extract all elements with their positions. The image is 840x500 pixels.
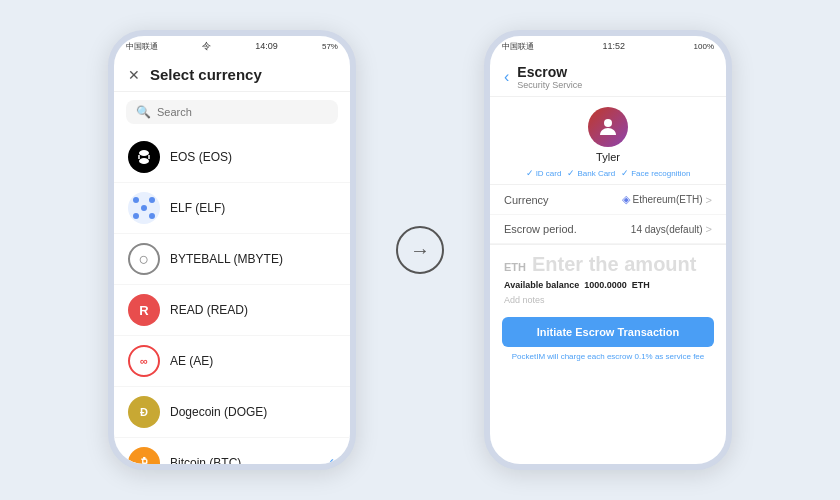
currency-value-text: Ethereum(ETH) [633, 194, 703, 205]
currency-name-elf: ELF (ELF) [170, 201, 336, 215]
right-battery: 100% [694, 42, 714, 51]
coin-icon-read: R [128, 294, 160, 326]
right-battery-area: 100% [694, 42, 714, 51]
avatar [588, 107, 628, 147]
amount-display: ETH Enter the amount [504, 253, 712, 276]
balance-label: Available balance [504, 280, 579, 290]
close-button[interactable]: ✕ [128, 68, 140, 82]
left-header-title: Select currency [150, 66, 262, 83]
search-icon: 🔍 [136, 105, 151, 119]
svg-point-4 [604, 119, 612, 127]
elf-dots [133, 197, 155, 219]
currency-name-mbyte: BYTEBALL (MBYTE) [170, 252, 336, 266]
currency-name-btc: Bitcoin (BTC) [170, 456, 314, 464]
balance-row: Available balance 1000.0000 ETH [504, 280, 712, 290]
right-carrier: 中国联通 [502, 41, 534, 52]
badges-row: ✓ID card ✓Bank Card ✓Face recognition [526, 168, 691, 178]
back-button[interactable]: ‹ [504, 68, 509, 86]
right-phone-inner: 中国联通 11:52 100% ‹ Escrow Security Servic… [490, 36, 726, 464]
escrow-row[interactable]: Escrow period. 14 days(default) > [490, 215, 726, 244]
search-bar: 🔍 [126, 100, 338, 124]
escrow-value: 14 days(default) > [631, 223, 712, 235]
right-time: 11:52 [603, 41, 626, 51]
left-phone-inner: 中国联通 令 14:09 57% ✕ Select currency 🔍 [114, 36, 350, 464]
left-phone: 中国联通 令 14:09 57% ✕ Select currency 🔍 [108, 30, 356, 470]
currency-value: ◈ Ethereum(ETH) > [622, 193, 712, 206]
left-battery-area: 57% [322, 42, 338, 51]
currency-label: Currency [504, 194, 622, 206]
amount-placeholder: Enter the amount [532, 253, 696, 276]
currency-arrow: > [706, 194, 712, 206]
arrow-indicator: → [396, 226, 444, 274]
balance-value: 1000.0000 [584, 280, 627, 290]
balance-unit: ETH [632, 280, 650, 290]
coin-icon-mbyte: ○ [128, 243, 160, 275]
avatar-section: Tyler ✓ID card ✓Bank Card ✓Face recognit… [490, 97, 726, 184]
svg-point-1 [139, 158, 149, 164]
escrow-value-text: 14 days(default) [631, 224, 703, 235]
eth-icon: ◈ [622, 193, 630, 206]
list-item[interactable]: EOS (EOS) [114, 132, 350, 183]
currency-row[interactable]: Currency ◈ Ethereum(ETH) > [490, 185, 726, 215]
notes-placeholder: Add notes [504, 295, 545, 305]
left-screen: ✕ Select currency 🔍 [114, 56, 350, 464]
search-input[interactable] [157, 106, 328, 118]
fee-percent: 0.1% [634, 352, 652, 361]
left-signal: 令 [202, 40, 211, 53]
coin-icon-doge: Ð [128, 396, 160, 428]
check-mark-btc: ✓ [324, 455, 336, 464]
badge-face: ✓Face recognition [621, 168, 690, 178]
currency-name-read: READ (READ) [170, 303, 336, 317]
left-carrier: 中国联通 [126, 41, 158, 52]
fee-text-before: PocketIM will charge each escrow [512, 352, 635, 361]
escrow-label: Escrow period. [504, 223, 631, 235]
currency-list: EOS (EOS) [114, 132, 350, 464]
badge-id: ✓ID card [526, 168, 562, 178]
coin-icon-eos [128, 141, 160, 173]
notes-row[interactable]: Add notes [504, 295, 712, 305]
coin-icon-ae: ∞ [128, 345, 160, 377]
battery-percent: 57% [322, 42, 338, 51]
right-screen: ‹ Escrow Security Service Tyler [490, 56, 726, 464]
currency-name-eos: EOS (EOS) [170, 150, 336, 164]
fee-text-after: as service fee [653, 352, 705, 361]
badge-bank: ✓Bank Card [567, 168, 615, 178]
escrow-arrow: > [706, 223, 712, 235]
list-item[interactable]: ○ BYTEBALL (MBYTE) [114, 234, 350, 285]
initiate-button[interactable]: Initiate Escrow Transaction [502, 317, 714, 347]
coin-icon-elf [128, 192, 160, 224]
svg-point-0 [139, 150, 149, 156]
right-subtitle: Security Service [517, 80, 712, 90]
fee-note: PocketIM will charge each escrow 0.1% as… [490, 352, 726, 365]
list-item[interactable]: ₿ Bitcoin (BTC) ✓ [114, 438, 350, 464]
left-status-bar: 中国联通 令 14:09 57% [114, 36, 350, 56]
list-item[interactable]: R READ (READ) [114, 285, 350, 336]
right-title: Escrow [517, 64, 712, 80]
eth-prefix: ETH [504, 261, 526, 273]
scene: 中国联通 令 14:09 57% ✕ Select currency 🔍 [0, 0, 840, 500]
list-item[interactable]: Ð Dogecoin (DOGE) [114, 387, 350, 438]
right-status-bar: 中国联通 11:52 100% [490, 36, 726, 56]
arrow-icon: → [410, 239, 430, 262]
list-item[interactable]: ELF (ELF) [114, 183, 350, 234]
right-header: ‹ Escrow Security Service [490, 56, 726, 97]
left-header: ✕ Select currency [114, 56, 350, 92]
avatar-name: Tyler [596, 151, 620, 163]
right-phone: 中国联通 11:52 100% ‹ Escrow Security Servic… [484, 30, 732, 470]
list-item[interactable]: ∞ AE (AE) [114, 336, 350, 387]
left-time: 14:09 [255, 41, 278, 51]
amount-section: ETH Enter the amount Available balance 1… [490, 245, 726, 309]
currency-name-doge: Dogecoin (DOGE) [170, 405, 336, 419]
right-header-text: Escrow Security Service [517, 64, 712, 90]
currency-name-ae: AE (AE) [170, 354, 336, 368]
info-rows: Currency ◈ Ethereum(ETH) > Escrow period… [490, 184, 726, 245]
initiate-label: Initiate Escrow Transaction [537, 326, 679, 338]
coin-icon-btc: ₿ [128, 447, 160, 464]
